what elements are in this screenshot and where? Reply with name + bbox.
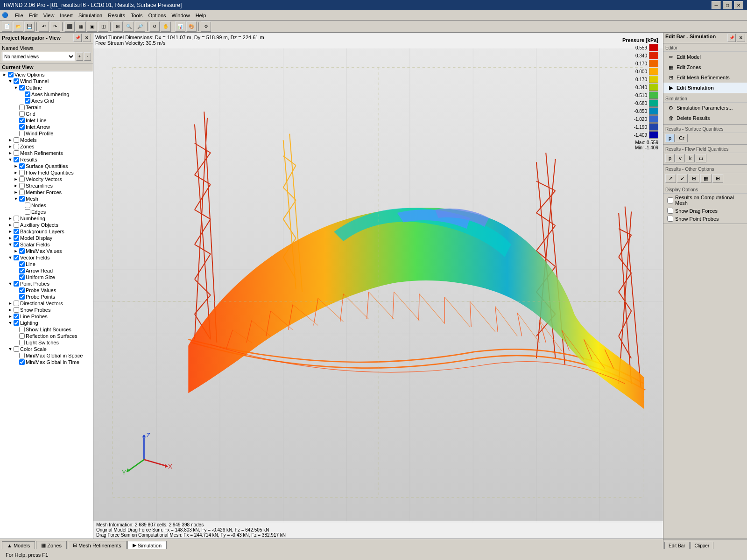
tree-expander[interactable]: ► — [13, 170, 19, 175]
tree-checkbox[interactable] — [19, 196, 25, 202]
tree-expander[interactable]: ▼ — [13, 196, 19, 202]
tree-checkbox[interactable] — [14, 222, 19, 228]
tree-checkbox[interactable] — [14, 78, 19, 84]
settings-button[interactable]: ⚙ — [201, 21, 211, 32]
named-views-dropdown[interactable]: No named views — [2, 52, 75, 61]
tree-item[interactable]: Show Light Sources — [0, 326, 93, 333]
tree-item[interactable]: ►Line Probes — [0, 313, 93, 320]
other-icon2[interactable]: ↙ — [677, 174, 688, 183]
maximize-button[interactable]: □ — [723, 1, 732, 9]
tree-item[interactable]: Min/Max Global in Space — [0, 352, 93, 359]
menu-window[interactable]: Window — [169, 12, 193, 19]
tree-item[interactable]: ▼Wind Tunnel — [0, 78, 93, 84]
menu-edit[interactable]: Edit — [26, 12, 41, 19]
tree-item[interactable]: ►Zones — [0, 143, 93, 150]
tree-item[interactable]: ►Numbering — [0, 215, 93, 222]
right-btab-edit-bar[interactable]: Edit Bar — [664, 542, 690, 549]
tree-checkbox[interactable] — [25, 98, 30, 104]
minimize-button[interactable]: ─ — [712, 1, 721, 9]
tree-checkbox[interactable] — [19, 359, 25, 365]
edit-zones-button[interactable]: ▦ Edit Zones — [663, 62, 747, 72]
tree-checkbox[interactable] — [14, 346, 19, 352]
tree-checkbox[interactable] — [14, 320, 19, 326]
tree-checkbox[interactable] — [19, 333, 25, 339]
other-icon5[interactable]: ⊞ — [712, 174, 723, 183]
new-button[interactable]: 📄 — [2, 21, 12, 32]
tree-item[interactable]: ▼Outline — [0, 84, 93, 91]
tree-checkbox[interactable] — [19, 118, 25, 123]
tree-expander[interactable]: ► — [7, 301, 13, 306]
tree-expander[interactable]: ► — [13, 189, 19, 195]
tree-checkbox[interactable] — [19, 268, 25, 273]
tree-item[interactable]: ►Directional Vectors — [0, 300, 93, 307]
zoom-all-button[interactable]: ⊞ — [113, 21, 123, 32]
tree-checkbox[interactable] — [14, 216, 19, 221]
surface-tab-p[interactable]: p — [665, 134, 675, 142]
tree-item[interactable]: Arrow Head — [0, 267, 93, 274]
tree-expander[interactable]: ► — [7, 235, 13, 241]
pan-button[interactable]: ✋ — [161, 21, 171, 32]
edit-simulation-button[interactable]: ▶ Edit Simulation — [663, 83, 747, 93]
tree-item[interactable]: ►Models — [0, 137, 93, 143]
rotate-button[interactable]: ↺ — [149, 21, 160, 32]
flow-tab-k[interactable]: k — [686, 154, 695, 162]
tree-checkbox[interactable] — [19, 353, 25, 358]
tree-expander[interactable]: ► — [13, 176, 19, 182]
tree-expander[interactable]: ► — [7, 216, 13, 221]
tree-expander[interactable]: ► — [7, 144, 13, 149]
tree-expander[interactable]: ▼ — [7, 281, 13, 287]
tree-checkbox[interactable] — [19, 163, 25, 169]
viewport[interactable]: Wind Tunnel Dimensions: Dx = 1041.07 m, … — [93, 33, 663, 539]
render-button[interactable]: 🎨 — [186, 21, 197, 32]
menu-view[interactable]: View — [41, 12, 57, 19]
tree-item[interactable]: ►Show Probes — [0, 307, 93, 313]
bottom-tab-mesh-refinements[interactable]: ⊟ Mesh Refinements — [68, 541, 127, 549]
view-front-button[interactable]: ▣ — [87, 21, 97, 32]
tree-item[interactable]: Axes Numbering — [0, 91, 93, 98]
tree-item[interactable]: ▼Results — [0, 156, 93, 163]
tree-checkbox[interactable] — [19, 105, 25, 110]
tree-checkbox[interactable] — [8, 72, 14, 77]
tree-item[interactable]: ►Background Layers — [0, 228, 93, 235]
delete-results-button[interactable]: 🗑 Delete Results — [663, 113, 747, 123]
tree-expander[interactable]: ► — [7, 150, 13, 156]
tree-checkbox[interactable] — [19, 327, 25, 332]
simulation-parameters-button[interactable]: ⚙ Simulation Parameters... — [663, 103, 747, 113]
tree-item[interactable]: Inlet Arrow — [0, 124, 93, 130]
tree-item[interactable]: ►Model Display — [0, 235, 93, 241]
tree-item[interactable]: ▼Color Scale — [0, 346, 93, 352]
tree-checkbox[interactable] — [14, 235, 19, 241]
show-drag-forces-checkbox[interactable] — [667, 208, 673, 214]
tree-checkbox[interactable] — [25, 209, 30, 215]
menu-simulation[interactable]: Simulation — [76, 12, 105, 19]
menu-help[interactable]: Help — [193, 12, 209, 19]
tree-checkbox[interactable] — [19, 176, 25, 182]
tree-expander[interactable]: ► — [13, 163, 19, 169]
tree-checkbox[interactable] — [19, 294, 25, 300]
right-btab-clipper[interactable]: Clipper — [691, 542, 714, 549]
other-icon1[interactable]: ↗ — [665, 174, 676, 183]
tree-expander[interactable]: ► — [2, 72, 7, 77]
edit-mesh-button[interactable]: ⊞ Edit Mesh Refinements — [663, 72, 747, 83]
edit-bar-pin[interactable]: 📌 — [727, 34, 736, 42]
tree-checkbox[interactable] — [14, 137, 19, 143]
tree-item[interactable]: ▼Mesh — [0, 196, 93, 202]
open-button[interactable]: 📂 — [13, 21, 23, 32]
zoom-out-button[interactable]: 🔎 — [135, 21, 145, 32]
tree-checkbox[interactable] — [25, 203, 30, 208]
tree-expander[interactable]: ▼ — [7, 242, 13, 247]
tree-checkbox[interactable] — [14, 157, 19, 162]
bottom-tab-simulation[interactable]: ▶ Simulation — [127, 541, 167, 549]
edit-bar-close[interactable]: ✕ — [737, 34, 745, 42]
menu-tools[interactable]: Tools — [128, 12, 146, 19]
tree-expander[interactable]: ▼ — [7, 255, 13, 260]
save-button[interactable]: 💾 — [24, 21, 35, 32]
view3d-button[interactable]: ⬛ — [64, 21, 75, 32]
tree-expander[interactable]: ► — [7, 222, 13, 228]
other-icon3[interactable]: ⊟ — [689, 174, 699, 183]
tree-expander[interactable]: ▼ — [7, 320, 13, 326]
view-side-button[interactable]: ◫ — [98, 21, 108, 32]
tree-item[interactable]: Reflection on Surfaces — [0, 333, 93, 339]
tree-checkbox[interactable] — [14, 150, 19, 156]
add-view-button[interactable]: + — [76, 52, 83, 61]
